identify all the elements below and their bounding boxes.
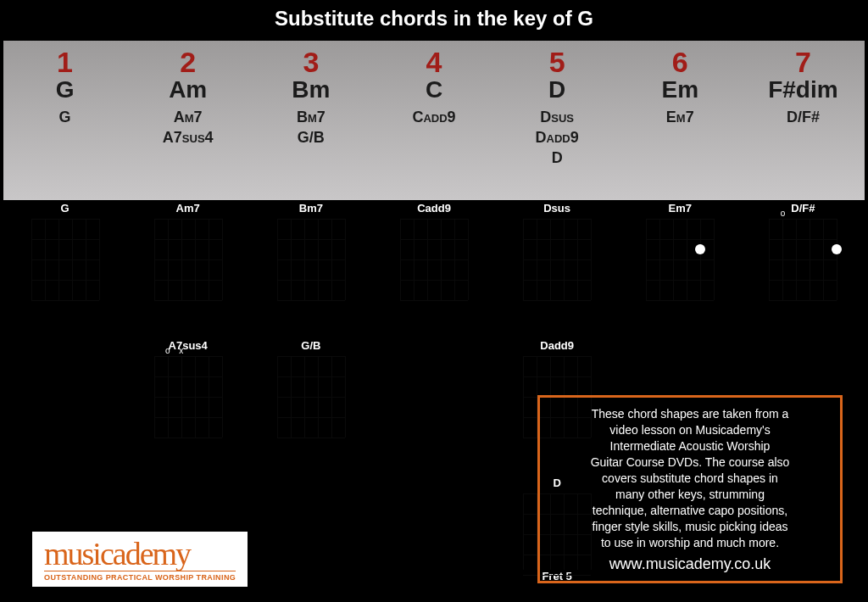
chord-diagram-row-1: GAm7Bm7Cadd9DsusEm7D/F#o xyxy=(3,202,865,329)
degree-number: 5 xyxy=(496,47,619,76)
logo-brand: musicademy xyxy=(44,538,236,569)
degree-chord: C xyxy=(372,78,495,102)
fretboard xyxy=(646,219,714,300)
info-line: technique, alternative capo positions, xyxy=(550,503,830,519)
degree-number: 1 xyxy=(3,47,126,76)
logo: musicademy OUTSTANDING PRACTICAL WORSHIP… xyxy=(32,532,248,587)
chord-slot: A7sus4ox xyxy=(126,339,249,466)
fretboard xyxy=(400,219,468,300)
chord-label: Dadd9 xyxy=(540,339,574,353)
degree-chord: Am xyxy=(126,78,249,102)
degree-column: 3BmBm7G/B xyxy=(249,47,372,200)
info-line: finger style skills, music picking ideas xyxy=(550,519,830,535)
chord-slot: Cadd9 xyxy=(372,202,495,329)
info-line: video lesson on Musicademy's xyxy=(550,422,830,438)
degree-number: 2 xyxy=(126,47,249,76)
page-title: Substitute chords in the key of G xyxy=(0,7,868,31)
chord-slot: G xyxy=(3,202,126,329)
fretboard xyxy=(523,219,591,300)
degree-substitute: Dsus xyxy=(496,107,619,127)
degree-chord: Bm xyxy=(249,78,372,102)
chord-label: Dsus xyxy=(543,202,570,215)
degree-substitute: A7sus4 xyxy=(126,127,249,148)
chord-label: Bm7 xyxy=(299,202,323,215)
degree-chord: G xyxy=(3,78,126,102)
chord-label: A7sus4 xyxy=(169,339,208,353)
info-line: covers substitute chord shapes in xyxy=(550,471,830,487)
degree-substitute: Bm7 xyxy=(249,107,372,127)
degree-column: 1GG xyxy=(3,47,126,200)
chord-slot xyxy=(372,477,495,587)
info-line: Guitar Course DVDs. The course also xyxy=(550,454,830,471)
degree-column: 5DDsusDadd9D xyxy=(496,47,619,200)
chord-slot xyxy=(3,339,126,466)
degree-substitute: D/F# xyxy=(742,107,865,127)
fretboard: o xyxy=(769,219,837,300)
chord-slot: Em7 xyxy=(619,202,742,329)
degree-column: 7F#dimD/F# xyxy=(742,47,865,200)
degree-substitute: G xyxy=(3,107,126,127)
chord-label: D/F# xyxy=(791,202,815,215)
fretboard xyxy=(277,356,345,438)
degree-substitute: Em7 xyxy=(619,107,742,127)
chord-slot xyxy=(372,339,495,466)
degree-number: 6 xyxy=(619,47,742,76)
degree-column: 2AmAm7A7sus4 xyxy=(126,47,249,200)
fretboard xyxy=(277,219,345,300)
degree-column: 4CCadd9 xyxy=(372,47,495,200)
info-line: Intermediate Acoustic Worship xyxy=(550,438,830,454)
info-line: These chord shapes are taken from a xyxy=(550,406,830,422)
chord-label: Em7 xyxy=(669,202,692,215)
degree-substitute: Cadd9 xyxy=(372,107,495,127)
info-line: to use in worship and much more. xyxy=(550,535,830,551)
degree-substitute: D xyxy=(496,148,619,168)
degree-number: 3 xyxy=(249,47,372,76)
chord-slot: Bm7 xyxy=(249,202,372,329)
degree-number: 4 xyxy=(372,47,495,76)
chord-slot: G/B xyxy=(249,339,372,466)
fretboard xyxy=(31,219,99,300)
info-line: many other keys, strumming xyxy=(550,487,830,503)
degree-column: 6EmEm7 xyxy=(619,47,742,200)
degree-substitute: Dadd9 xyxy=(496,127,619,148)
info-box: These chord shapes are taken from avideo… xyxy=(537,395,843,583)
fretboard: ox xyxy=(154,356,222,438)
degree-number: 7 xyxy=(742,47,865,76)
degree-substitute: Am7 xyxy=(126,107,249,127)
fretboard xyxy=(154,219,222,300)
chord-slot xyxy=(249,477,372,587)
chord-label: G/B xyxy=(301,339,320,353)
degree-header-band: 1GG2AmAm7A7sus43BmBm7G/B4CCadd95DDsusDad… xyxy=(3,41,865,200)
chord-slot: Dsus xyxy=(496,202,619,329)
chord-slot: D/F#o xyxy=(742,202,865,329)
degree-chord: Em xyxy=(619,78,742,102)
chord-slot: Am7 xyxy=(126,202,249,329)
logo-tagline: OUTSTANDING PRACTICAL WORSHIP TRAINING xyxy=(44,571,236,582)
chord-label: Cadd9 xyxy=(417,202,451,215)
chord-label: G xyxy=(61,202,70,215)
info-url: www.musicademy.co.uk xyxy=(550,556,830,572)
degree-chord: D xyxy=(496,78,619,102)
chord-label: Am7 xyxy=(176,202,200,215)
degree-chord: F#dim xyxy=(742,78,865,102)
degree-substitute: G/B xyxy=(249,127,372,148)
